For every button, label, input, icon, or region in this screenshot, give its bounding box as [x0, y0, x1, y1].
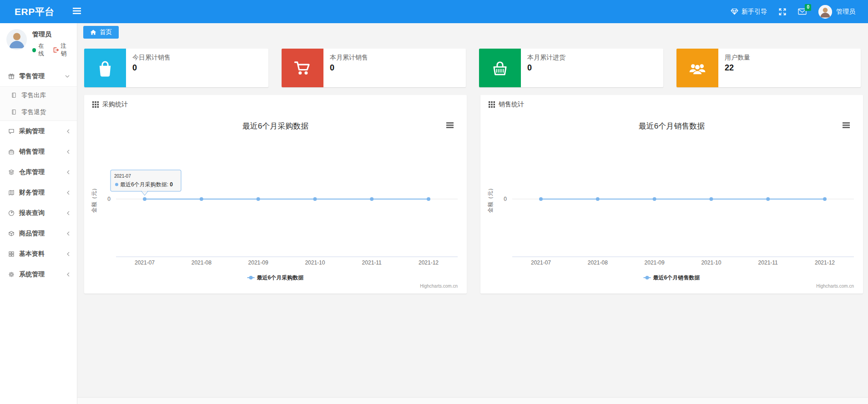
chevron-left-icon	[67, 170, 70, 175]
erp-app: ERP平台 新手引导 0	[0, 0, 868, 404]
person-icon	[6, 29, 27, 50]
sidebar-item-purchase[interactable]: 采购管理	[0, 121, 77, 141]
sidebar-item-retail[interactable]: 零售管理	[0, 66, 77, 86]
gem-icon	[731, 8, 738, 15]
sidebar-item-reports[interactable]: 报表查询	[0, 203, 77, 223]
x-axis-label: 2021-09	[645, 259, 665, 266]
file-icon	[11, 92, 17, 98]
box-icon	[8, 230, 15, 237]
sidebar-submenu-retail: 零售出库 零售退货	[0, 86, 77, 121]
online-status-dot	[32, 48, 36, 52]
fullscreen-button[interactable]	[779, 8, 786, 15]
sidebar-item-label: 零售管理	[19, 72, 45, 80]
sidebar-item-goods[interactable]: 商品管理	[0, 223, 77, 244]
series-marker	[653, 197, 656, 201]
series-marker	[370, 197, 373, 201]
user-menu[interactable]: 管理员	[818, 5, 855, 19]
tab-bar: 首页	[83, 26, 119, 39]
sidebar-item-retail-outbound[interactable]: 零售出库	[0, 87, 77, 104]
x-axis-label: 2021-12	[815, 259, 835, 266]
highcharts-credits[interactable]: Highcharts.com.cn	[420, 284, 458, 289]
sidebar-item-system[interactable]: 系统管理	[0, 264, 77, 284]
sign-out-icon	[53, 47, 59, 53]
chevron-left-icon	[67, 211, 70, 215]
stat-cards-row: 今日累计销售 0 本月累计销售 0	[84, 49, 861, 87]
sidebar-item-retail-return[interactable]: 零售退货	[0, 104, 77, 120]
panel-title: 采购统计	[102, 100, 128, 109]
sidebar-menu: 零售管理 零售出库 零售退货	[0, 66, 77, 284]
y-axis-title: 金额（元）	[91, 185, 97, 213]
chevron-left-icon	[67, 129, 70, 134]
messages-button[interactable]: 0	[798, 8, 807, 15]
stat-card-user-count: 用户数量 22	[676, 49, 861, 87]
grid-icon	[8, 251, 15, 257]
tab-home[interactable]: 首页	[83, 26, 119, 39]
x-axis-label: 2021-08	[588, 259, 608, 266]
logout-link[interactable]: 注销	[53, 42, 71, 58]
book-icon	[8, 190, 15, 196]
svg-text:2021-07: 2021-07	[114, 174, 131, 179]
series-marker	[539, 197, 543, 201]
top-navbar: ERP平台 新手引导 0	[0, 0, 868, 23]
stat-card-label: 今日累计销售	[132, 54, 171, 62]
sales-stats-panel: 销售统计 最近6个月销售数据金额（元）02021-072021-082021-0…	[480, 95, 863, 294]
chart-legend[interactable]: 最近6个月销售数据	[644, 274, 700, 281]
stat-card-body: 本月累计销售 0	[323, 49, 374, 87]
briefcase-icon	[8, 149, 15, 155]
file-icon	[11, 109, 17, 115]
sidebar-item-basic-data[interactable]: 基本资料	[0, 244, 77, 264]
stat-card-body: 今日累计销售 0	[126, 49, 177, 87]
x-axis-label: 2021-07	[135, 259, 155, 266]
charts-row: 采购统计 最近6个月采购数据金额（元）02021-072021-082021-0…	[84, 95, 863, 294]
series-marker	[143, 197, 146, 201]
avatar	[818, 5, 832, 19]
series-marker	[596, 197, 600, 201]
grid-dots-icon	[92, 101, 99, 108]
x-axis-label: 2021-11	[362, 259, 382, 266]
chevron-down-icon	[65, 75, 70, 78]
home-icon	[90, 30, 96, 35]
svg-text:最近6个月采购数据: 0: 最近6个月采购数据: 0	[120, 181, 173, 188]
bag-icon	[84, 49, 126, 87]
sidebar-item-finance[interactable]: 财务管理	[0, 182, 77, 203]
footer	[77, 397, 868, 404]
x-axis-label: 2021-10	[701, 259, 721, 266]
series-marker	[313, 197, 317, 201]
guide-link[interactable]: 新手引导	[731, 8, 767, 16]
series-marker	[709, 197, 713, 201]
chart-legend[interactable]: 最近6个月采购数据	[247, 274, 304, 281]
highcharts-credits[interactable]: Highcharts.com.cn	[816, 284, 854, 289]
cart-icon	[282, 49, 323, 87]
sidebar-item-label: 零售出库	[21, 91, 46, 100]
x-axis-label: 2021-09	[248, 259, 268, 266]
main-content: 首页 今日累计销售 0	[77, 23, 868, 404]
panel-title: 销售统计	[499, 100, 524, 109]
chevron-left-icon	[67, 190, 70, 195]
sidebar-item-warehouse[interactable]: 仓库管理	[0, 162, 77, 182]
stat-card-value: 0	[527, 63, 565, 73]
layers-icon	[8, 169, 15, 175]
sidebar-user-status: 在线 注销	[32, 42, 71, 58]
sidebar-item-label: 仓库管理	[19, 168, 45, 176]
panel-header: 销售统计	[480, 95, 863, 114]
sidebar: 管理员 在线 注销 零售管理	[0, 23, 77, 404]
chart-menu-icon[interactable]	[843, 122, 850, 128]
purchase-chart-svg: 最近6个月采购数据金额（元）02021-072021-082021-092021…	[84, 114, 467, 294]
app-logo[interactable]: ERP平台	[0, 5, 68, 18]
stat-card-today-sales: 今日累计销售 0	[84, 49, 268, 87]
series-marker	[257, 197, 260, 201]
sidebar-toggle-button[interactable]	[68, 5, 86, 18]
stat-card-value: 0	[132, 63, 171, 73]
chart-menu-icon[interactable]	[446, 122, 454, 128]
svg-text:最近6个月销售数据: 最近6个月销售数据	[653, 274, 700, 281]
series-marker	[427, 197, 430, 201]
y-axis-tick: 0	[107, 196, 111, 202]
series-marker	[823, 197, 827, 201]
sidebar-item-sales[interactable]: 销售管理	[0, 141, 77, 162]
panel-header: 采购统计	[84, 95, 467, 114]
sidebar-item-label: 系统管理	[19, 270, 45, 279]
chart-tooltip: 2021-07最近6个月采购数据: 0	[111, 170, 181, 195]
sales-chart: 最近6个月销售数据金额（元）02021-072021-082021-092021…	[480, 114, 863, 294]
sidebar-item-label: 零售退货	[21, 108, 46, 116]
series-marker	[200, 197, 203, 201]
